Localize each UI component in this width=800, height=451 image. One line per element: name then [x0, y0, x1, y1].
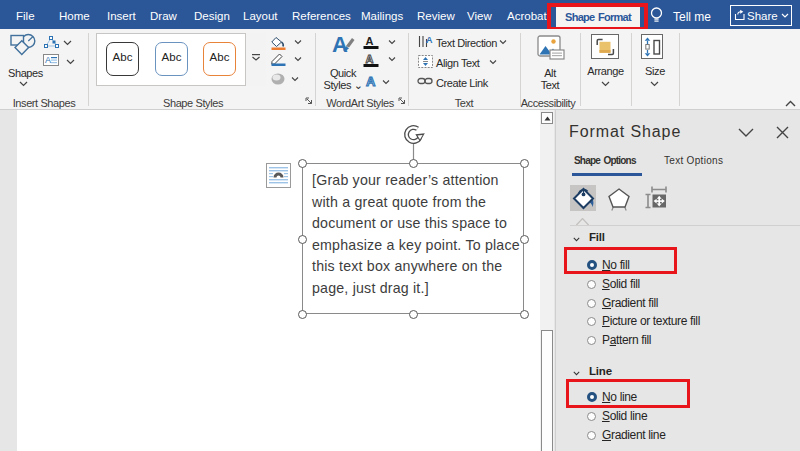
svg-text:A: A	[366, 54, 374, 65]
svg-text:A: A	[366, 36, 374, 47]
svg-text:A: A	[45, 55, 51, 65]
svg-text:A: A	[332, 33, 348, 56]
svg-text:A: A	[426, 35, 433, 45]
svg-text:A: A	[366, 75, 376, 88]
